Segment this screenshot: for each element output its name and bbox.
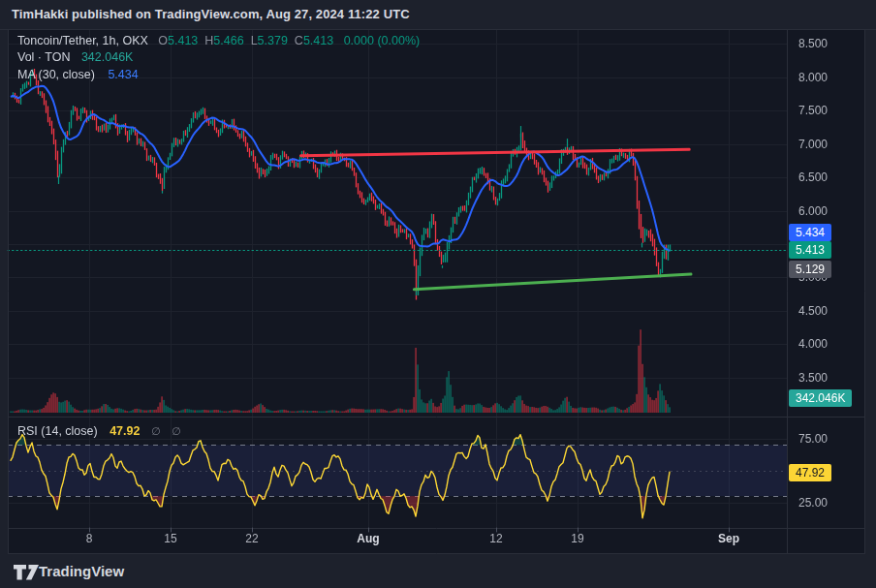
rsi-empty-slot-icon: ∅	[151, 425, 161, 437]
rsi-empty-slot-icon: ∅	[172, 425, 181, 437]
price-tick: 6.000	[798, 204, 828, 218]
ohlc-key: O	[158, 34, 168, 47]
price-tick: 8.000	[798, 71, 828, 84]
symbol-title: Toncoin/Tether, 1h, OKX	[17, 34, 148, 47]
main-legend-row[interactable]: Toncoin/Tether, 1h, OKX O5.413H5.466L5.3…	[17, 34, 420, 47]
volume-readout: 342.046K	[81, 50, 134, 64]
tradingview-logo-icon[interactable]	[13, 564, 40, 581]
price-tick: 4.500	[798, 304, 828, 318]
time-tick: Sep	[718, 532, 739, 545]
last-price-badge: 5.413	[789, 241, 831, 259]
price-tick: 7.000	[798, 138, 828, 151]
change-readout: 0.000 (0.00%)	[344, 34, 421, 47]
rsi-tick: 75.00	[798, 432, 828, 446]
published-byline: TimHakki published on TradingView.com, A…	[12, 7, 410, 21]
volume-legend-row[interactable]: Vol · TON 342.046K	[17, 50, 133, 64]
time-tick: 19	[571, 532, 583, 545]
ohlc-key: L	[251, 34, 258, 47]
ma-price-badge: 5.434	[789, 224, 831, 241]
time-tick: 15	[164, 532, 176, 545]
ma-readout: 5.434	[108, 68, 138, 81]
rsi-tick: 25.00	[798, 496, 828, 510]
top-bar: TimHakki published on TradingView.com, A…	[0, 0, 876, 30]
price-tick: 4.000	[798, 337, 828, 351]
volume-label: Vol · TON	[17, 50, 70, 64]
level-price-badge: 5.129	[789, 261, 831, 278]
ohlc-readout: O5.413H5.466L5.379C5.413	[151, 34, 333, 47]
time-tick: 22	[245, 532, 258, 545]
ohlc-value: 5.413	[168, 34, 198, 47]
price-tick: 7.500	[798, 104, 828, 117]
ohlc-value: 5.413	[303, 34, 333, 47]
time-tick: 12	[489, 532, 502, 545]
ma-label: MA (30, close)	[17, 68, 95, 81]
time-tick: Aug	[357, 532, 379, 545]
ohlc-value: 5.466	[213, 34, 243, 47]
price-tick: 3.500	[798, 371, 828, 385]
ma-legend-row[interactable]: MA (30, close) 5.434	[17, 68, 139, 81]
rsi-label: RSI (14, close)	[17, 424, 98, 438]
volume-badge: 342.046K	[789, 389, 852, 407]
ohlc-value: 5.379	[258, 34, 288, 47]
price-tick: 6.500	[798, 170, 828, 184]
rsi-readout: 47.92	[110, 424, 140, 438]
rsi-value-badge: 47.92	[789, 464, 831, 481]
published-chart-snapshot: TimHakki published on TradingView.com, A…	[0, 0, 876, 588]
price-tick: 8.500	[798, 37, 828, 50]
rsi-legend-row[interactable]: RSI (14, close) 47.92 ∅ ∅	[17, 424, 181, 438]
price-chart-canvas[interactable]	[0, 0, 876, 588]
time-tick: 8	[86, 532, 93, 545]
ohlc-key: H	[204, 34, 213, 47]
ohlc-key: C	[295, 34, 303, 47]
brand-link[interactable]: TradingView	[39, 563, 124, 579]
footer-bar: TradingView	[0, 554, 876, 588]
